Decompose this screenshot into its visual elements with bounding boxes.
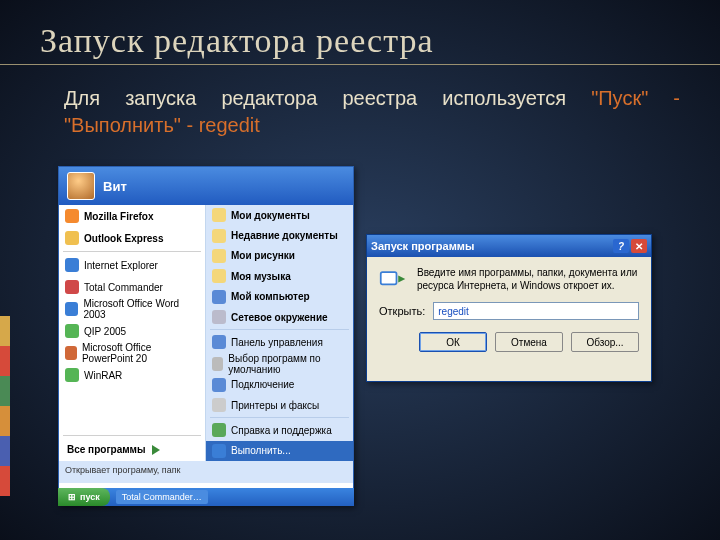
places-item[interactable]: Мой компьютер xyxy=(206,287,353,307)
mru-item[interactable]: Internet Explorer xyxy=(59,254,205,276)
defaults-icon xyxy=(212,357,223,371)
qip-icon xyxy=(65,324,79,338)
start-button[interactable]: ⊞ пуск xyxy=(58,488,110,506)
places-item[interactable]: Мои рисунки xyxy=(206,246,353,266)
run-item[interactable]: Выполнить... xyxy=(206,441,353,461)
pinned-item[interactable]: Mozilla Firefox xyxy=(59,205,205,227)
computer-icon xyxy=(212,290,226,304)
chevron-right-icon xyxy=(152,445,160,455)
separator xyxy=(63,435,201,436)
browse-button[interactable]: Обзор... xyxy=(571,332,639,352)
slide-desc-text: Для запуска редактора реестра использует… xyxy=(64,87,591,109)
decorative-color-stripes xyxy=(0,316,10,496)
powerpoint-icon xyxy=(65,346,77,360)
mru-item[interactable]: WinRAR xyxy=(59,364,205,386)
folder-icon xyxy=(212,208,226,222)
gear-icon xyxy=(212,335,226,349)
avatar xyxy=(67,172,95,200)
folder-icon xyxy=(212,269,226,283)
run-dialog-hint: Введите имя программы, папки, документа … xyxy=(417,267,639,292)
places-item[interactable]: Моя музыка xyxy=(206,266,353,286)
all-programs-item[interactable]: Все программы xyxy=(59,438,205,461)
firefox-icon xyxy=(65,209,79,223)
run-icon xyxy=(212,444,226,458)
word-icon xyxy=(65,302,78,316)
settings-item[interactable]: Подключение xyxy=(206,375,353,395)
mru-item[interactable]: QIP 2005 xyxy=(59,320,205,342)
run-command-input[interactable] xyxy=(433,302,639,320)
separator xyxy=(210,417,349,418)
help-icon xyxy=(212,423,226,437)
places-item[interactable]: Сетевое окружение xyxy=(206,307,353,327)
connection-icon xyxy=(212,378,226,392)
places-item[interactable]: Недавние документы xyxy=(206,225,353,245)
start-menu[interactable]: Вит Mozilla Firefox Outlook Express Inte… xyxy=(58,166,354,506)
svg-rect-0 xyxy=(381,272,397,284)
settings-item[interactable]: Панель управления xyxy=(206,332,353,352)
slide-description: Для запуска редактора реестра использует… xyxy=(0,65,720,147)
pinned-item[interactable]: Outlook Express xyxy=(59,227,205,249)
winrar-icon xyxy=(65,368,79,382)
taskbar-task[interactable]: Total Commander… xyxy=(116,490,208,504)
start-menu-left-column: Mozilla Firefox Outlook Express Internet… xyxy=(59,205,206,461)
settings-item[interactable]: Выбор программ по умолчанию xyxy=(206,353,353,375)
settings-item[interactable]: Принтеры и факсы xyxy=(206,395,353,415)
ok-button[interactable]: ОК xyxy=(419,332,487,352)
help-button-icon[interactable]: ? xyxy=(613,239,629,253)
network-icon xyxy=(212,310,226,324)
folder-icon xyxy=(212,229,226,243)
help-item[interactable]: Справка и поддержка xyxy=(206,420,353,440)
windows-logo-icon: ⊞ xyxy=(68,492,76,502)
places-item[interactable]: Мои документы xyxy=(206,205,353,225)
mru-item[interactable]: Total Commander xyxy=(59,276,205,298)
run-dialog-icon xyxy=(379,267,407,291)
printer-icon xyxy=(212,398,226,412)
run-dialog-title-label: Запуск программы xyxy=(371,240,474,252)
run-dialog-titlebar[interactable]: Запуск программы ? ✕ xyxy=(367,235,651,257)
all-programs-label: Все программы xyxy=(67,444,146,455)
slide-title: Запуск редактора реестра xyxy=(0,0,720,65)
cancel-button[interactable]: Отмена xyxy=(495,332,563,352)
start-menu-right-column: Мои документы Недавние документы Мои рис… xyxy=(206,205,353,461)
taskbar[interactable]: ⊞ пуск Total Commander… xyxy=(58,488,354,506)
separator xyxy=(63,251,201,252)
username-label: Вит xyxy=(103,179,127,194)
close-icon[interactable]: ✕ xyxy=(631,239,647,253)
start-menu-tooltip: Открывает программу, папк xyxy=(59,461,353,483)
folder-icon xyxy=(212,249,226,263)
totalcmd-icon xyxy=(65,280,79,294)
separator xyxy=(210,329,349,330)
mru-item[interactable]: Microsoft Office PowerPoint 20 xyxy=(59,342,205,364)
mru-item[interactable]: Microsoft Office Word 2003 xyxy=(59,298,205,320)
run-dialog[interactable]: Запуск программы ? ✕ Введите имя програм… xyxy=(366,234,652,382)
outlook-icon xyxy=(65,231,79,245)
start-menu-header: Вит xyxy=(59,167,353,205)
open-label: Открыть: xyxy=(379,305,425,317)
ie-icon xyxy=(65,258,79,272)
